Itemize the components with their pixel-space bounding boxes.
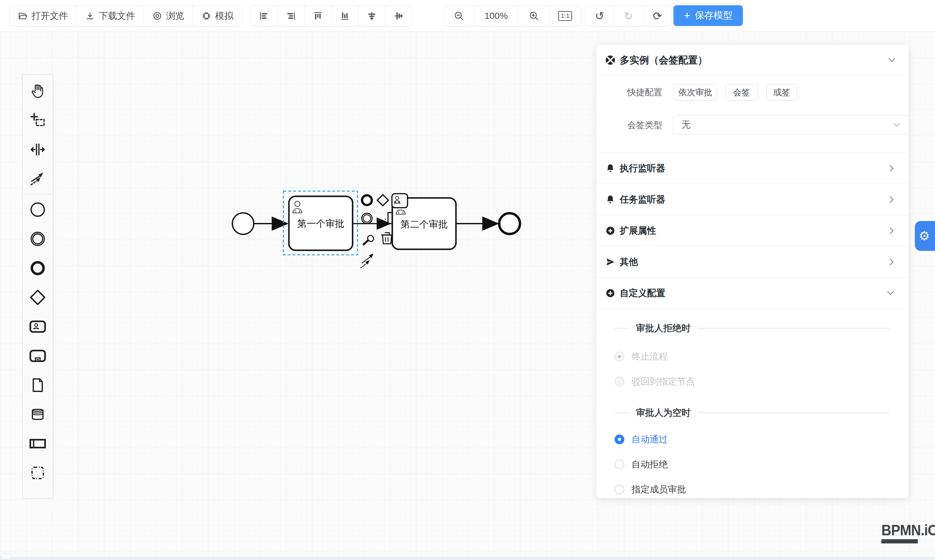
quick-option-label: 或签 <box>774 87 790 98</box>
bpmn-io-logo-bar <box>881 539 918 543</box>
start-event-icon <box>29 201 46 218</box>
sign-type-select[interactable]: 无 <box>673 115 908 135</box>
align-top-icon <box>313 11 323 21</box>
section-other[interactable]: 其他 <box>597 246 908 278</box>
radio-icon <box>615 377 624 386</box>
chip-icon <box>201 11 211 21</box>
gateway-icon <box>29 288 47 306</box>
align-right-icon <box>286 11 296 21</box>
open-file-label: 打开文件 <box>32 10 68 22</box>
group-title-text: 审批人拒绝时 <box>636 322 690 334</box>
save-model-button[interactable]: + 保存模型 <box>674 5 743 26</box>
radio-label: 驳回到指定节点 <box>632 375 695 388</box>
palette-lasso-tool[interactable] <box>23 106 53 135</box>
sub-process-icon <box>28 346 47 365</box>
zoom-in-icon <box>529 11 539 21</box>
radio-assign-member[interactable]: 指定成员审批 <box>597 482 908 497</box>
section-label: 自定义配置 <box>620 287 887 299</box>
divider-line <box>698 412 890 413</box>
section-task-listener[interactable]: 任务监听器 <box>597 184 908 215</box>
palette-participant[interactable] <box>23 429 53 458</box>
section-custom-config[interactable]: 自定义配置 <box>597 278 908 309</box>
quick-option-countersign[interactable]: 会签 <box>725 84 758 100</box>
append-gateway-icon[interactable] <box>377 195 388 206</box>
data-object-icon <box>29 377 46 393</box>
download-file-button[interactable]: 下载文件 <box>77 6 144 26</box>
section-extended-properties[interactable]: 扩展属性 <box>597 215 908 246</box>
multi-instance-icon <box>605 55 616 66</box>
bell-icon <box>606 163 615 173</box>
zoom-level[interactable]: 100% <box>474 6 518 26</box>
palette-group[interactable] <box>23 458 53 488</box>
section-label: 其他 <box>620 256 889 268</box>
undo-icon: ↺ <box>595 11 604 22</box>
radio-icon <box>615 352 624 362</box>
quick-option-orsign[interactable]: 或签 <box>766 84 797 100</box>
end-event-icon <box>29 259 46 277</box>
chevron-right-icon <box>889 165 894 172</box>
refresh-button[interactable]: ⟳ <box>643 6 672 26</box>
align-right-button[interactable] <box>278 6 304 26</box>
radio-label: 自动通过 <box>632 433 668 446</box>
palette-space-tool[interactable] <box>23 135 53 164</box>
refresh-icon: ⟳ <box>653 11 662 22</box>
append-user-task-icon[interactable] <box>392 194 408 208</box>
zoom-reset-button[interactable]: 1:1 <box>550 6 580 26</box>
download-file-label: 下载文件 <box>99 10 135 22</box>
task-2-label: 第二个审批 <box>401 219 448 229</box>
radio-icon <box>615 435 624 444</box>
chevron-down-icon <box>888 58 895 62</box>
zoom-reset-icon: 1:1 <box>558 11 572 21</box>
intermediate-event-icon <box>29 230 46 248</box>
redo-button[interactable]: ↻ <box>614 6 643 26</box>
palette-hand-tool[interactable] <box>23 76 53 106</box>
palette-end-event[interactable] <box>23 254 53 283</box>
section-execution-listener[interactable]: 执行监听器 <box>597 153 908 184</box>
user-task-1[interactable]: 第一个审批 <box>289 196 353 250</box>
palette-intermediate-event[interactable] <box>23 224 53 254</box>
space-tool-icon <box>29 141 46 158</box>
append-end-event-icon[interactable] <box>362 195 372 205</box>
radio-label: 指定成员审批 <box>632 483 686 495</box>
zoom-out-icon <box>454 11 464 21</box>
horizontal-scrollbar-thumb[interactable] <box>1 553 11 559</box>
bpmn-io-watermark[interactable]: BPMN.iO <box>881 522 935 543</box>
start-event-shape[interactable] <box>232 213 254 234</box>
simulate-button[interactable]: 模拟 <box>193 6 242 26</box>
palette-sub-process[interactable] <box>23 341 53 371</box>
radio-auto-reject[interactable]: 自动拒绝 <box>597 457 908 472</box>
radio-label: 终止流程 <box>632 350 668 363</box>
section-label: 扩展属性 <box>620 225 889 237</box>
palette-gateway[interactable] <box>23 283 53 312</box>
align-top-button[interactable] <box>304 6 332 26</box>
settings-tab[interactable]: ⚙ <box>915 221 935 251</box>
panel-header[interactable]: 多实例（会签配置） <box>597 45 908 76</box>
delete-trash-icon[interactable] <box>381 233 393 244</box>
preview-label: 浏览 <box>166 10 184 22</box>
open-file-button[interactable]: 打开文件 <box>9 6 77 26</box>
palette-user-task[interactable] <box>23 312 53 341</box>
quick-option-sequential[interactable]: 依次审批 <box>674 84 717 100</box>
reject-group-title: 审批人拒绝时 <box>597 321 908 335</box>
palette-data-store[interactable] <box>23 400 53 429</box>
section-label: 任务监听器 <box>620 193 889 206</box>
zoom-out-button[interactable] <box>444 6 474 26</box>
connect-tool-icon[interactable] <box>361 254 373 268</box>
palette-data-object[interactable] <box>23 371 53 400</box>
undo-button[interactable]: ↺ <box>585 6 614 26</box>
palette-global-connect-tool[interactable] <box>23 164 53 193</box>
radio-auto-pass[interactable]: 自动通过 <box>597 432 908 446</box>
end-event-shape[interactable] <box>499 213 520 234</box>
align-center-vertical-button[interactable] <box>386 6 412 26</box>
horizontal-scrollbar-track[interactable] <box>0 557 935 560</box>
sign-type-row: 会签类型 无 <box>597 115 908 135</box>
change-type-wrench-icon[interactable] <box>364 235 374 245</box>
align-center-horizontal-button[interactable] <box>358 6 386 26</box>
hand-tool-icon <box>29 83 46 100</box>
align-center-vertical-icon <box>394 11 404 21</box>
palette-start-event[interactable] <box>23 195 53 224</box>
preview-button[interactable]: 浏览 <box>144 6 193 26</box>
align-bottom-button[interactable] <box>332 6 358 26</box>
zoom-in-button[interactable] <box>518 6 550 26</box>
align-left-button[interactable] <box>251 6 278 26</box>
